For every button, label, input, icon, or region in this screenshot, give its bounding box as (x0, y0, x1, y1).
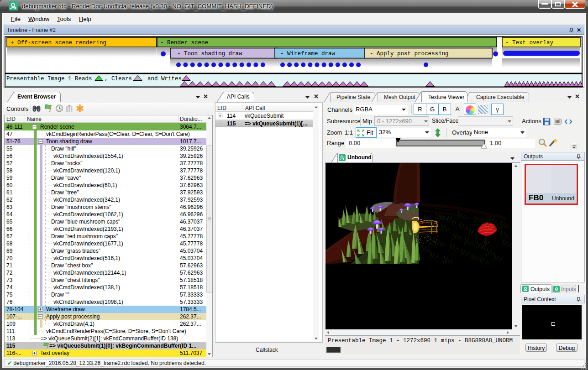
svg-text:+ Off-screen scene rendering: + Off-screen scene rendering (10, 40, 106, 46)
svg-text:- Text overlay: - Text overlay (505, 40, 554, 46)
svg-text:- Apply post processing: - Apply post processing (370, 51, 449, 57)
svg-text:- Toon shading draw: - Toon shading draw (177, 51, 242, 57)
svg-text:Presentable Image 1 Reads: Presentable Image 1 Reads (6, 76, 92, 82)
svg-text:and Writes: and Writes (147, 76, 182, 82)
svg-text:- Wireframe draw: - Wireframe draw (280, 51, 336, 57)
svg-text:, Clears: , Clears (105, 76, 132, 82)
svg-text:- Render scene: - Render scene (160, 40, 208, 46)
